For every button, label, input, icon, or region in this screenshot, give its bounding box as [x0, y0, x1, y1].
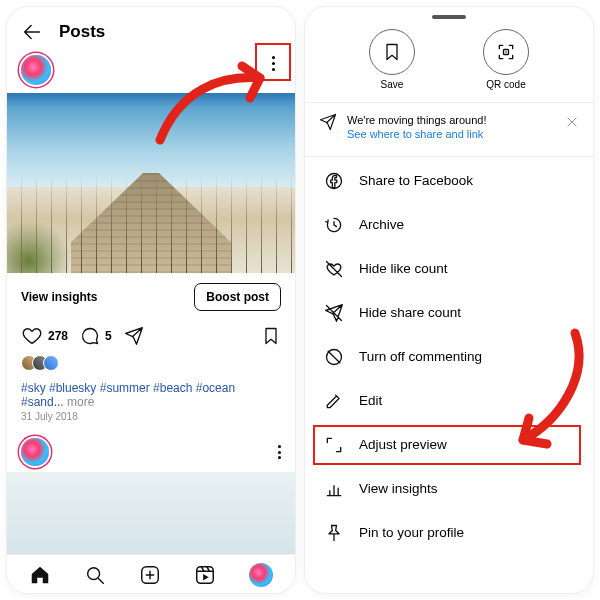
create-icon[interactable] — [139, 564, 161, 586]
reels-icon[interactable] — [194, 564, 216, 586]
next-post-header — [7, 432, 295, 472]
insights-row: View insights Boost post — [7, 273, 295, 321]
options-menu: Share to Facebook Archive Hide like coun… — [305, 157, 593, 557]
boost-post-button[interactable]: Boost post — [194, 283, 281, 311]
page-title: Posts — [59, 22, 105, 42]
svg-point-0 — [88, 568, 100, 580]
bookmark-icon[interactable] — [261, 326, 281, 346]
post-date: 31 July 2018 — [7, 409, 295, 432]
info-banner: We're moving things around! See where to… — [305, 103, 593, 152]
post-caption[interactable]: #sky #bluesky #summer #beach #ocean #san… — [7, 375, 295, 409]
qr-icon[interactable] — [483, 29, 529, 75]
menu-turn-off-commenting[interactable]: Turn off commenting — [305, 335, 593, 379]
search-icon[interactable] — [84, 564, 106, 586]
edit-icon — [323, 390, 345, 412]
back-icon[interactable] — [21, 21, 43, 43]
comment-icon[interactable] — [80, 326, 100, 346]
posts-header: Posts — [7, 7, 295, 51]
pin-icon — [323, 522, 345, 544]
caption-more[interactable]: more — [64, 395, 95, 409]
menu-pin-to-profile[interactable]: Pin to your profile — [305, 511, 593, 555]
insights-icon — [323, 478, 345, 500]
menu-hide-share-count[interactable]: Hide share count — [305, 291, 593, 335]
send-icon — [319, 113, 337, 131]
view-insights-link[interactable]: View insights — [21, 290, 97, 304]
share-icon[interactable] — [124, 326, 144, 346]
avatar[interactable] — [21, 438, 49, 466]
options-sheet: Save QR code We're moving things arou — [304, 6, 594, 594]
next-post-image[interactable] — [7, 472, 295, 554]
heart-icon[interactable] — [21, 325, 43, 347]
save-icon[interactable] — [369, 29, 415, 75]
menu-hide-like-count[interactable]: Hide like count — [305, 247, 593, 291]
menu-archive[interactable]: Archive — [305, 203, 593, 247]
archive-icon — [323, 214, 345, 236]
facebook-icon — [323, 170, 345, 192]
svg-point-4 — [505, 51, 507, 53]
hide-like-icon — [323, 258, 345, 280]
menu-share-facebook[interactable]: Share to Facebook — [305, 159, 593, 203]
post-header — [7, 51, 295, 93]
banner-title: We're moving things around! — [347, 113, 486, 127]
liked-by-avatars[interactable] — [7, 351, 295, 375]
post-image[interactable] — [7, 93, 295, 273]
profile-tab-avatar[interactable] — [249, 563, 273, 587]
banner-link[interactable]: See where to share and link — [347, 127, 486, 141]
home-icon[interactable] — [29, 564, 51, 586]
posts-screen: Posts View insights Boost post 278 — [6, 6, 296, 594]
close-icon[interactable] — [565, 115, 579, 129]
avatar[interactable] — [21, 55, 51, 85]
qr-action[interactable]: QR code — [483, 29, 529, 90]
post-options-button[interactable] — [278, 445, 281, 459]
save-action[interactable]: Save — [369, 29, 415, 90]
highlight-box — [313, 425, 581, 465]
comment-off-icon — [323, 346, 345, 368]
sheet-top-actions: Save QR code — [305, 25, 593, 98]
post-actions: 278 5 — [7, 321, 295, 351]
hashtags[interactable]: #sky #bluesky #summer #beach #ocean #san… — [21, 381, 235, 409]
hide-share-icon — [323, 302, 345, 324]
like-count: 278 — [48, 329, 68, 343]
svg-rect-2 — [197, 567, 214, 584]
post-options-button[interactable] — [258, 48, 288, 78]
bottom-nav — [7, 554, 295, 593]
adjust-preview-icon — [323, 434, 345, 456]
comment-count: 5 — [105, 329, 112, 343]
sheet-handle[interactable] — [432, 15, 466, 19]
menu-adjust-preview[interactable]: Adjust preview — [305, 423, 593, 467]
menu-view-insights[interactable]: View insights — [305, 467, 593, 511]
menu-edit[interactable]: Edit — [305, 379, 593, 423]
